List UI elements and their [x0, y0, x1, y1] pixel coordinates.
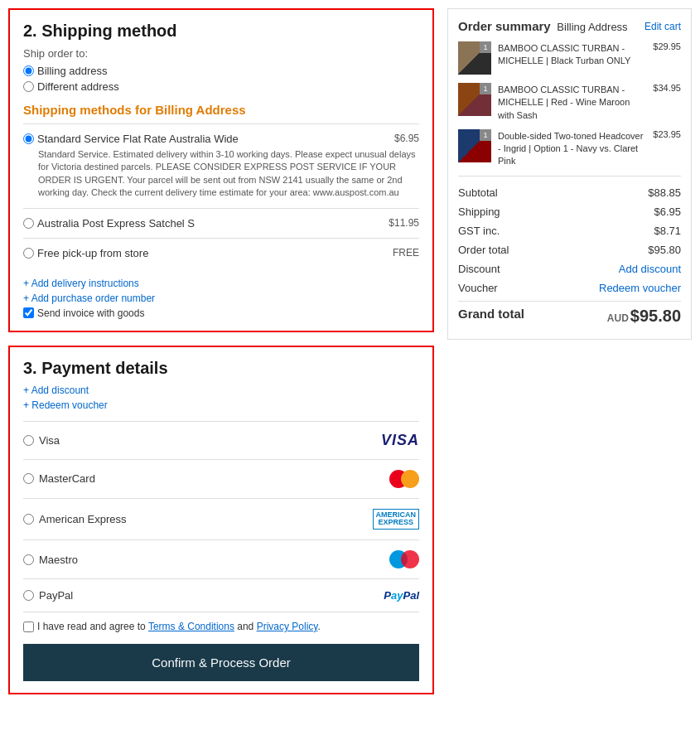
summary-subtitle: Billing Address — [557, 21, 627, 33]
edit-cart-link[interactable]: Edit cart — [644, 21, 681, 32]
pickup-price: FREE — [393, 247, 419, 259]
amex-icon: AMERICANEXPRESS — [373, 509, 420, 530]
visa-option: Visa VISA — [23, 421, 419, 459]
item-2-details: BAMBOO CLASSIC TURBAN - MICHELLE | Red -… — [498, 83, 646, 121]
pickup-radio[interactable] — [23, 248, 34, 259]
shipping-value: $6.95 — [654, 206, 681, 218]
order-item-2: 1 BAMBOO CLASSIC TURBAN - MICHELLE | Red… — [458, 83, 681, 121]
ship-order-label: Ship order to: — [23, 47, 419, 60]
item-1-image: 1 — [458, 41, 491, 75]
maestro-icon — [389, 550, 419, 568]
pickup-label[interactable]: Free pick-up from store — [23, 247, 148, 259]
order-total-row: Order total $95.80 — [458, 240, 681, 259]
subtotal-row: Subtotal $88.85 — [458, 183, 681, 202]
express-label[interactable]: Australia Post Express Satchel S — [23, 217, 195, 230]
item-3-qty: 1 — [480, 129, 491, 141]
shipping-title: 2. Shipping method — [23, 22, 419, 41]
discount-row: Discount Add discount — [458, 259, 681, 278]
different-radio[interactable] — [23, 81, 34, 92]
different-address-option[interactable]: Different address — [23, 80, 419, 93]
paypal-option: PayPal PayPal — [23, 578, 419, 612]
order-item-1: 1 BAMBOO CLASSIC TURBAN - MICHELLE | Bla… — [458, 41, 681, 75]
item-1-price: $29.95 — [653, 41, 681, 51]
visa-icon: VISA — [381, 432, 419, 449]
express-shipping-option: Australia Post Express Satchel S $11.95 — [23, 208, 419, 238]
maestro-option: Maestro — [23, 539, 419, 578]
billing-radio[interactable] — [23, 65, 34, 76]
payment-section: 4 3. Payment details + Add discount + Re… — [8, 346, 434, 695]
paypal-label[interactable]: PayPal — [23, 589, 73, 602]
item-1-qty: 1 — [480, 41, 491, 53]
gst-row: GST inc. $8.71 — [458, 221, 681, 240]
standard-price: $6.95 — [394, 133, 419, 144]
item-1-details: BAMBOO CLASSIC TURBAN - MICHELLE | Black… — [498, 41, 646, 67]
summary-title: Order summary — [458, 19, 551, 33]
item-3-image: 1 — [458, 129, 491, 162]
standard-description: Standard Service. Estimated delivery wit… — [38, 148, 419, 200]
send-invoice-label[interactable]: Send invoice with goods — [37, 307, 144, 319]
payment-title: 3. Payment details — [23, 359, 419, 378]
express-radio[interactable] — [23, 218, 34, 229]
add-delivery-instructions-link[interactable]: + Add delivery instructions — [23, 278, 419, 289]
item-2-qty: 1 — [480, 83, 491, 94]
terms-checkbox[interactable] — [23, 622, 34, 632]
voucher-row: Voucher Redeem voucher — [458, 278, 681, 297]
mastercard-option: MasterCard — [23, 459, 419, 498]
visa-radio[interactable] — [23, 435, 34, 446]
paypal-radio[interactable] — [23, 590, 34, 601]
item-2-image: 1 — [458, 83, 491, 116]
grand-currency: AUD — [607, 312, 629, 324]
order-summary: Order summary Billing Address Edit cart … — [447, 8, 692, 708]
item-2-price: $34.95 — [653, 83, 681, 93]
item-3-details: Double-sided Two-toned Headcover - Ingri… — [498, 129, 646, 167]
express-price: $11.95 — [389, 217, 419, 229]
add-discount-summary-link[interactable]: Add discount — [619, 263, 681, 275]
amex-label[interactable]: American Express — [23, 513, 126, 525]
grand-total-row: Grand total AUD$95.80 — [458, 301, 681, 329]
redeem-voucher-summary-link[interactable]: Redeem voucher — [599, 282, 681, 294]
shipping-extras: + Add delivery instructions + Add purcha… — [23, 278, 419, 319]
payment-extras: + Add discount + Redeem voucher — [23, 385, 419, 411]
gst-label: GST inc. — [458, 225, 500, 237]
send-invoice-checkbox[interactable] — [23, 307, 34, 318]
maestro-radio[interactable] — [23, 554, 34, 565]
terms-row: I have read and agree to Terms & Conditi… — [23, 612, 419, 641]
redeem-voucher-link[interactable]: + Redeem voucher — [23, 399, 419, 411]
grand-total-value: AUD$95.80 — [607, 307, 681, 326]
terms-label[interactable]: I have read and agree to Terms & Conditi… — [37, 621, 321, 632]
order-total-label: Order total — [458, 244, 509, 256]
mastercard-label[interactable]: MasterCard — [23, 472, 95, 485]
shipping-label: Shipping — [458, 206, 500, 218]
item-3-price: $23.95 — [653, 129, 681, 139]
billing-address-option[interactable]: Billing address — [23, 65, 419, 77]
amex-option: American Express AMERICANEXPRESS — [23, 498, 419, 540]
voucher-label: Voucher — [458, 282, 498, 294]
order-item-3: 1 Double-sided Two-toned Headcover - Ing… — [458, 129, 681, 167]
different-label[interactable]: Different address — [37, 80, 119, 93]
shipping-methods-title: Shipping methods for Billing Address — [23, 103, 419, 117]
shipping-row: Shipping $6.95 — [458, 202, 681, 221]
subtotal-label: Subtotal — [458, 186, 498, 199]
visa-label[interactable]: Visa — [23, 434, 60, 447]
send-invoice-row: Send invoice with goods — [23, 307, 419, 319]
billing-label[interactable]: Billing address — [37, 65, 108, 77]
paypal-icon: PayPal — [384, 589, 419, 602]
standard-radio[interactable] — [23, 133, 34, 144]
order-total-value: $95.80 — [648, 244, 681, 256]
grand-amount: $95.80 — [630, 307, 681, 325]
mastercard-radio[interactable] — [23, 473, 34, 484]
discount-label: Discount — [458, 263, 500, 275]
privacy-link[interactable]: Privacy Policy — [257, 621, 318, 632]
pickup-shipping-option: Free pick-up from store FREE — [23, 238, 419, 268]
terms-link[interactable]: Terms & Conditions — [148, 621, 234, 632]
shipping-section: 3 2. Shipping method Ship order to: Bill… — [8, 8, 434, 332]
standard-label[interactable]: Standard Service Flat Rate Australia Wid… — [23, 133, 239, 145]
add-po-number-link[interactable]: + Add purchase order number — [23, 293, 419, 304]
add-discount-link[interactable]: + Add discount — [23, 385, 419, 396]
mastercard-icon — [389, 470, 419, 488]
amex-radio[interactable] — [23, 514, 34, 525]
confirm-order-button[interactable]: Confirm & Process Order — [23, 644, 419, 681]
maestro-label[interactable]: Maestro — [23, 554, 78, 566]
gst-value: $8.71 — [654, 225, 681, 237]
standard-shipping-option: Standard Service Flat Rate Australia Wid… — [23, 123, 419, 208]
